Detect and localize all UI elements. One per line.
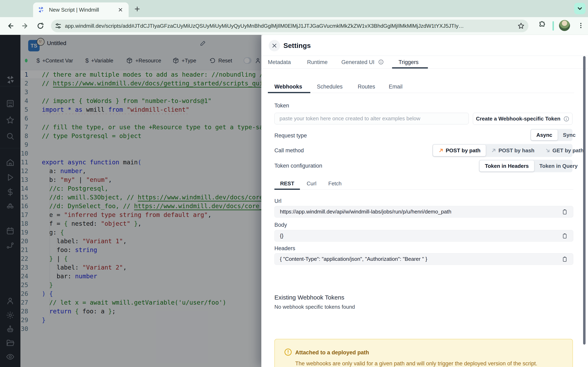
trigger-tab-email[interactable]: Email: [389, 82, 403, 91]
active-example-tab-underline: [274, 189, 300, 190]
call-method-control: POST by path POST by hash GET by path: [432, 144, 572, 157]
forward-icon[interactable]: [20, 20, 31, 32]
example-tab-rest[interactable]: REST: [280, 179, 294, 188]
tab-generated-ui[interactable]: Generated UI: [341, 58, 384, 67]
request-type-control: Async Sync: [530, 129, 572, 141]
warning-body: The webhooks are only valid for a given …: [295, 360, 537, 367]
info-icon: [378, 59, 384, 65]
browser-tab[interactable]: New Script | Windmill: [33, 2, 129, 17]
arrow-up-right-icon: [438, 148, 444, 153]
trigger-tab-schedules[interactable]: Schedules: [317, 82, 343, 91]
webhook-body-field[interactable]: {}: [274, 230, 573, 242]
existing-tokens-title: Existing Webhook Tokens: [274, 294, 344, 301]
arrow-down-right-icon: [545, 148, 550, 153]
token-in-query-option[interactable]: Token in Query: [534, 160, 583, 171]
warning-icon: [284, 348, 292, 356]
tab-triggers[interactable]: Triggers: [398, 58, 419, 67]
token-input[interactable]: [274, 113, 469, 124]
existing-tokens-empty: No webhook specific tokens found: [274, 304, 355, 310]
warning-title: Attached to a deployed path: [295, 350, 369, 356]
async-option[interactable]: Async: [531, 130, 558, 140]
info-icon: [563, 116, 570, 122]
tab-runtime[interactable]: Runtime: [307, 58, 328, 67]
back-icon[interactable]: [4, 20, 16, 32]
extensions-icon[interactable]: [538, 21, 546, 29]
body-label: Body: [274, 220, 287, 229]
example-tab-curl[interactable]: Curl: [307, 179, 316, 188]
url-bar[interactable]: app.windmill.dev/scripts/add#JTdCJTIyaGF…: [51, 20, 528, 32]
tab-strip: New Script | Windmill: [0, 0, 588, 17]
copy-icon[interactable]: [562, 256, 568, 262]
token-label: Token: [274, 101, 289, 110]
profile-separator: [553, 21, 554, 31]
settings-drawer: Settings Metadata Runtime Generated UI T…: [261, 35, 588, 367]
url-text[interactable]: app.windmill.dev/scripts/add#JTdCJTIyaGF…: [65, 23, 515, 29]
tune-icon[interactable]: [55, 22, 62, 29]
windmill-favicon: [37, 6, 44, 13]
active-trigger-tab-underline: [268, 92, 310, 93]
tab-metadata[interactable]: Metadata: [268, 58, 291, 67]
post-by-hash-option[interactable]: POST by hash: [486, 145, 540, 156]
reload-icon[interactable]: [35, 20, 46, 32]
example-tab-fetch[interactable]: Fetch: [328, 179, 342, 188]
post-by-path-option[interactable]: POST by path: [433, 145, 486, 156]
webhook-url-field[interactable]: https://app.windmill.dev/api/w/windmill-…: [274, 206, 573, 217]
trigger-tab-routes[interactable]: Routes: [358, 82, 375, 91]
token-configuration-label: Token configuration: [274, 161, 322, 170]
call-method-label: Call method: [274, 146, 304, 155]
sync-option[interactable]: Sync: [558, 130, 581, 140]
page-title: Settings: [283, 42, 311, 50]
url-label: Url: [274, 197, 282, 206]
copy-icon[interactable]: [562, 233, 568, 239]
webhook-headers-field[interactable]: { "Content-Type": "application/json", "A…: [274, 253, 573, 265]
token-configuration-control: Token in Headers Token in Query: [479, 160, 572, 172]
menu-dots-icon[interactable]: [576, 20, 586, 31]
browser-chrome: New Script | Windmill app.w: [0, 0, 588, 35]
token-in-headers-option[interactable]: Token in Headers: [480, 160, 534, 171]
headers-label: Headers: [274, 244, 295, 253]
avatar[interactable]: [559, 20, 570, 31]
copy-icon[interactable]: [562, 209, 568, 215]
tab-search-chevron-icon[interactable]: [574, 3, 586, 14]
tab-title: New Script | Windmill: [49, 7, 115, 13]
drawer-backdrop[interactable]: [0, 35, 261, 367]
drawer-scrollbar[interactable]: [583, 56, 586, 345]
get-by-path-option[interactable]: GET by path: [540, 145, 588, 156]
new-tab-icon[interactable]: [133, 4, 142, 13]
trigger-tab-webhooks[interactable]: Webhooks: [274, 82, 302, 91]
request-type-label: Request type: [274, 131, 307, 140]
arrow-up-right-icon: [491, 148, 496, 153]
deployed-path-warning: Attached to a deployed path The webhooks…: [274, 339, 573, 367]
bookmark-star-icon[interactable]: [517, 22, 525, 30]
tab-close-icon[interactable]: [116, 6, 125, 14]
create-webhook-token-button[interactable]: Create a Webhook-specific Token: [473, 113, 572, 125]
close-icon[interactable]: [269, 40, 280, 51]
